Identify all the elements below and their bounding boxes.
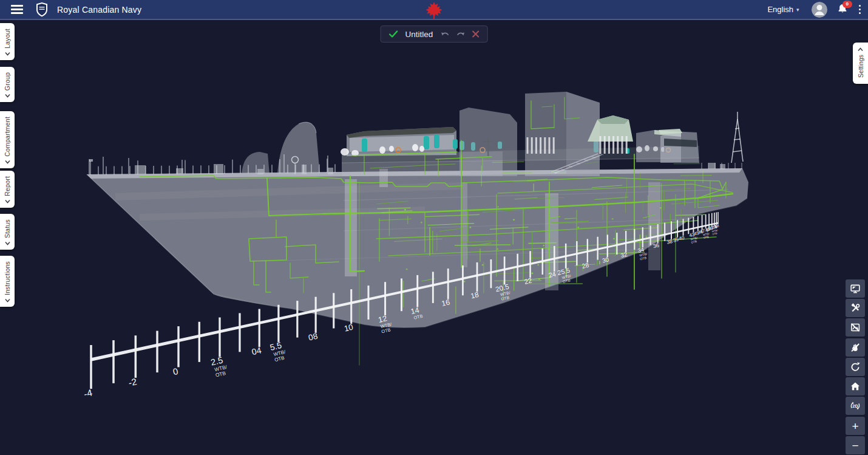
sidebar-tab-status[interactable]: Status: [0, 214, 15, 250]
settings-panel-tab[interactable]: Settings: [853, 43, 868, 84]
model-title-toolbar: Untitled: [381, 26, 488, 43]
svg-text:0: 0: [172, 366, 179, 377]
svg-text:OTB: OTB: [562, 278, 571, 284]
home-view-button[interactable]: [846, 377, 865, 395]
rcn-logo-icon: [35, 2, 49, 18]
svg-text:OTB: OTB: [704, 235, 710, 239]
language-label: English: [767, 5, 793, 14]
svg-text:40: 40: [678, 235, 685, 242]
sidebar-tab-compartment[interactable]: Compartment: [0, 111, 15, 168]
tab-label: Compartment: [4, 117, 11, 157]
tab-label: Layout: [4, 29, 11, 49]
chevron-down-icon: [5, 160, 10, 164]
viewer-3d-canvas[interactable]: -4-202.5WTB/OTB045.5WTB/OTB081012WTB/OTB…: [0, 20, 868, 455]
svg-text:OTB: OTB: [640, 256, 647, 261]
confirm-check-icon[interactable]: [388, 29, 399, 39]
zoom-out-button[interactable]: −: [846, 436, 865, 454]
model-title[interactable]: Untitled: [404, 30, 435, 39]
hide-image-button[interactable]: [846, 318, 865, 337]
sidebar-tab-instructions[interactable]: Instructions: [0, 256, 15, 307]
language-selector[interactable]: English ▾: [764, 4, 802, 15]
svg-text:2D: 2D: [852, 403, 858, 409]
redo-icon[interactable]: [455, 30, 466, 38]
menu-hamburger-icon[interactable]: [11, 3, 27, 16]
chevron-down-icon: [5, 199, 10, 204]
sidebar-tab-report[interactable]: Report: [0, 171, 15, 208]
construction-tools-button[interactable]: [846, 299, 865, 317]
rotate-2d-button[interactable]: 2D: [846, 397, 865, 415]
chevron-down-icon: [5, 52, 10, 56]
undo-icon[interactable]: [439, 30, 450, 38]
tab-label: Instructions: [4, 261, 11, 295]
sidebar-tab-group[interactable]: Group: [0, 67, 15, 102]
app-window: Royal Canadian Navy English ▾: [0, 0, 868, 455]
tab-label: Report: [4, 176, 11, 196]
svg-text:-4: -4: [83, 387, 93, 399]
top-navbar: Royal Canadian Navy English ▾: [0, 0, 868, 20]
chevron-down-icon: [5, 241, 10, 245]
overflow-menu-icon[interactable]: [858, 4, 862, 15]
close-x-icon[interactable]: [471, 30, 480, 38]
canada-maple-leaf-icon: [424, 1, 444, 20]
svg-text:OTB: OTB: [691, 240, 697, 244]
chevron-down-icon: [5, 298, 10, 303]
zoom-in-button[interactable]: +: [846, 417, 865, 435]
presentation-screen-button[interactable]: [846, 279, 865, 298]
plus-icon: +: [852, 420, 858, 432]
svg-text:58: 58: [714, 224, 720, 229]
svg-text:08: 08: [308, 332, 319, 343]
minus-icon: −: [852, 440, 858, 451]
chevron-down-icon: [5, 94, 10, 98]
notifications-bell-icon[interactable]: 0: [836, 2, 849, 17]
tab-label: Settings: [857, 55, 864, 78]
svg-text:04: 04: [251, 345, 262, 357]
tab-label: Group: [4, 72, 11, 91]
tab-label: Status: [4, 219, 11, 238]
svg-text:-2: -2: [127, 376, 138, 388]
chevron-up-icon: [858, 47, 863, 52]
disable-touch-button[interactable]: [846, 338, 865, 357]
notification-badge: 0: [843, 1, 852, 8]
chevron-down-icon: ▾: [796, 7, 799, 13]
svg-text:OTB: OTB: [712, 231, 717, 236]
reset-rotation-button[interactable]: [846, 358, 865, 376]
svg-text:10: 10: [343, 323, 354, 334]
sidebar-tab-layout[interactable]: Layout: [0, 23, 15, 60]
user-avatar[interactable]: [812, 2, 827, 18]
app-title: Royal Canadian Navy: [57, 5, 141, 15]
